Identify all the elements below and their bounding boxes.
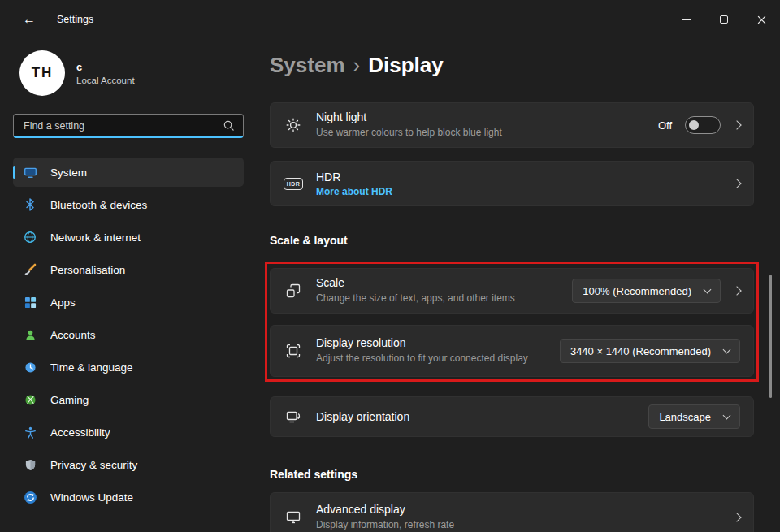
hdr-icon: HDR xyxy=(284,178,303,190)
display-orientation-card[interactable]: Display orientation Landscape xyxy=(270,396,754,437)
sidebar-item-time-language[interactable]: Time & language xyxy=(13,353,244,382)
avatar: TH xyxy=(20,50,65,96)
search-box xyxy=(13,114,244,138)
sidebar-item-label: System xyxy=(50,167,87,179)
sidebar-item-label: Apps xyxy=(50,296,76,309)
scale-value: 100% (Recommended) xyxy=(583,285,691,297)
accessibility-person-icon xyxy=(23,426,37,439)
chevron-down-icon xyxy=(723,345,731,353)
sidebar-item-accounts[interactable]: Accounts xyxy=(13,320,244,349)
orientation-title: Display orientation xyxy=(316,410,410,423)
sidebar-item-network-internet[interactable]: Network & internet xyxy=(13,223,244,252)
chevron-right-icon xyxy=(732,286,741,295)
back-button[interactable]: ← xyxy=(16,6,42,32)
section-related-settings: Related settings xyxy=(270,466,754,482)
sidebar-item-label: Network & internet xyxy=(50,231,141,244)
breadcrumb-parent[interactable]: System xyxy=(270,53,345,78)
window-controls xyxy=(668,0,780,39)
chevron-right-icon xyxy=(732,513,741,521)
breadcrumb-separator: › xyxy=(353,53,361,78)
hdr-more-link[interactable]: More about HDR xyxy=(316,186,392,197)
sidebar-item-label: Personalisation xyxy=(50,264,125,276)
night-light-toggle-state: Off xyxy=(658,119,672,132)
advanced-display-subtitle: Display information, refresh rate xyxy=(316,518,454,531)
scrollbar-thumb[interactable] xyxy=(769,275,772,398)
sidebar-item-label: Time & language xyxy=(50,361,133,374)
monitor-icon xyxy=(284,509,303,526)
search-input[interactable] xyxy=(22,119,223,132)
shield-icon xyxy=(23,459,37,471)
night-light-card[interactable]: Night light Use warmer colours to help b… xyxy=(270,102,754,148)
globe-icon xyxy=(23,231,37,244)
scale-icon xyxy=(284,283,303,299)
chevron-right-icon xyxy=(732,179,741,188)
display-resolution-card[interactable]: Display resolution Adjust the resolution… xyxy=(270,325,754,377)
sidebar-item-label: Gaming xyxy=(50,394,89,406)
account-name: c xyxy=(76,61,135,73)
sidebar: TH c Local Account System Bluetooth & xyxy=(0,39,257,515)
sidebar-item-label: Bluetooth & devices xyxy=(50,199,147,211)
sidebar-item-privacy-security[interactable]: Privacy & security xyxy=(13,450,244,479)
resolution-dropdown[interactable]: 3440 × 1440 (Recommended) xyxy=(560,339,740,363)
maximize-button[interactable] xyxy=(705,0,743,39)
advanced-display-card[interactable]: Advanced display Display information, re… xyxy=(270,492,754,532)
scale-subtitle: Change the size of text, apps, and other… xyxy=(316,292,515,305)
orientation-dropdown[interactable]: Landscape xyxy=(648,404,740,429)
update-icon xyxy=(23,491,37,504)
bluetooth-icon xyxy=(23,198,37,211)
apps-grid-icon xyxy=(23,296,37,309)
sidebar-nav: System Bluetooth & devices Network & int… xyxy=(13,158,244,512)
maximize-icon xyxy=(720,15,728,24)
chevron-right-icon xyxy=(732,120,741,129)
orientation-icon xyxy=(284,409,303,425)
account-section[interactable]: TH c Local Account xyxy=(20,50,244,96)
resolution-title: Display resolution xyxy=(316,336,528,349)
sidebar-item-apps[interactable]: Apps xyxy=(13,288,244,317)
clock-icon xyxy=(23,361,37,374)
advanced-display-title: Advanced display xyxy=(316,503,454,516)
close-button[interactable] xyxy=(743,0,780,39)
resolution-value: 3440 × 1440 (Recommended) xyxy=(570,345,711,357)
night-light-sun-icon xyxy=(284,117,303,133)
app-title: Settings xyxy=(57,14,93,25)
system-icon xyxy=(23,166,37,179)
sidebar-item-label: Privacy & security xyxy=(50,459,137,471)
resolution-subtitle: Adjust the resolution to fit your connec… xyxy=(316,352,528,365)
scale-title: Scale xyxy=(316,276,515,289)
section-scale-layout: Scale & layout xyxy=(270,232,754,249)
sidebar-item-personalisation[interactable]: Personalisation xyxy=(13,255,244,284)
minimize-button[interactable] xyxy=(668,0,705,39)
orientation-value: Landscape xyxy=(659,411,711,423)
person-icon xyxy=(23,329,37,341)
night-light-subtitle: Use warmer colours to help block blue li… xyxy=(316,126,502,139)
sidebar-item-windows-update[interactable]: Windows Update xyxy=(13,482,244,512)
sidebar-item-label: Accessibility xyxy=(50,426,110,439)
xbox-icon xyxy=(23,394,37,406)
toggle-knob xyxy=(689,120,699,130)
night-light-toggle[interactable] xyxy=(685,116,721,134)
chevron-down-icon xyxy=(704,285,712,293)
hdr-card[interactable]: HDR HDR More about HDR xyxy=(270,161,754,206)
settings-window: ← Settings TH c Local Account xyxy=(0,0,780,532)
resolution-icon xyxy=(284,343,303,359)
breadcrumb: System › Display xyxy=(270,50,754,80)
sidebar-item-label: Windows Update xyxy=(50,491,133,504)
scale-card[interactable]: Scale Change the size of text, apps, and… xyxy=(270,268,754,314)
close-icon xyxy=(757,15,766,24)
titlebar: ← Settings xyxy=(0,0,780,39)
sidebar-item-accessibility[interactable]: Accessibility xyxy=(13,417,244,447)
paintbrush-icon xyxy=(23,263,37,276)
search-icon[interactable] xyxy=(223,119,235,132)
night-light-title: Night light xyxy=(316,110,502,123)
scale-dropdown[interactable]: 100% (Recommended) xyxy=(572,279,721,303)
sidebar-item-bluetooth-devices[interactable]: Bluetooth & devices xyxy=(13,190,244,219)
sidebar-item-gaming[interactable]: Gaming xyxy=(13,385,244,414)
main-content: System › Display Night light Use warmer … xyxy=(270,39,754,532)
chevron-down-icon xyxy=(723,411,731,419)
page-title: Display xyxy=(368,53,444,78)
hdr-title: HDR xyxy=(316,171,392,184)
sidebar-item-system[interactable]: System xyxy=(13,158,244,187)
account-type: Local Account xyxy=(76,76,135,85)
minimize-icon xyxy=(682,19,691,20)
sidebar-item-label: Accounts xyxy=(50,329,96,341)
